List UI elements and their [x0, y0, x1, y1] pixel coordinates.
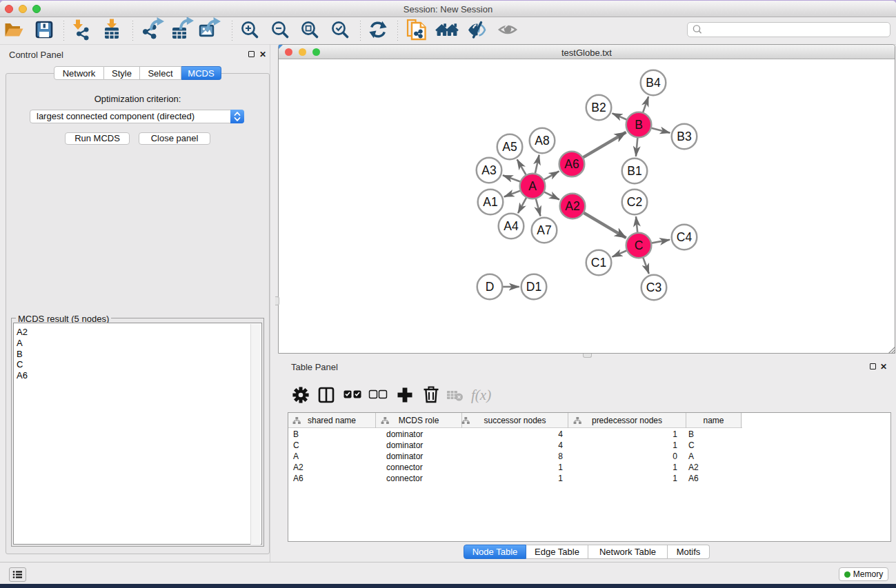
- svg-text:C4: C4: [677, 230, 693, 244]
- svg-text:A4: A4: [504, 219, 519, 233]
- svg-text:A7: A7: [537, 223, 551, 237]
- svg-text:B2: B2: [591, 101, 606, 114]
- svg-text:A5: A5: [502, 140, 517, 154]
- svg-text:D1: D1: [526, 280, 541, 294]
- svg-text:A6: A6: [564, 157, 579, 171]
- svg-text:A1: A1: [483, 195, 497, 209]
- svg-text:A3: A3: [481, 163, 496, 177]
- svg-text:B3: B3: [677, 130, 691, 143]
- svg-text:D: D: [486, 280, 495, 294]
- svg-text:A8: A8: [535, 134, 549, 148]
- svg-text:B: B: [635, 118, 643, 132]
- svg-text:B1: B1: [627, 164, 641, 178]
- svg-text:f(x): f(x): [471, 387, 491, 403]
- svg-text:C1: C1: [591, 256, 606, 270]
- svg-text:A: A: [528, 179, 537, 193]
- svg-text:A2: A2: [565, 199, 579, 213]
- svg-text:B4: B4: [646, 76, 661, 90]
- svg-text:C: C: [635, 239, 644, 252]
- svg-text:C2: C2: [627, 195, 642, 209]
- svg-text:C3: C3: [646, 281, 661, 294]
